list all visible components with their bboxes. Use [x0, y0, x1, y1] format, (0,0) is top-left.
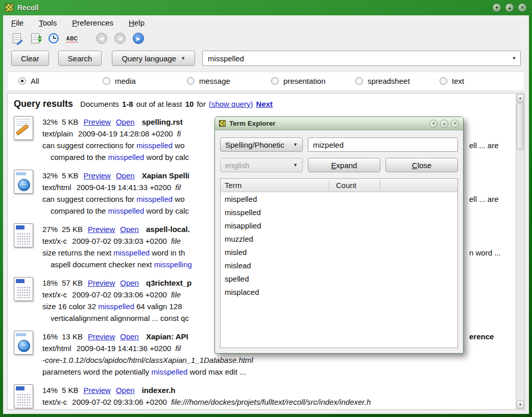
preview-link[interactable]: Preview [84, 171, 111, 180]
dialog-title: Term Explorer [229, 120, 276, 127]
language-dropdown[interactable]: english ▼ [220, 158, 303, 172]
doc-date: 2009-04-19 14:41:36 +0200 [77, 344, 172, 353]
filter-media[interactable]: media [103, 77, 136, 85]
filter-text[interactable]: text [440, 77, 464, 85]
window-titlebar[interactable]: Recoll ▾ ▴ ✕ [0, 0, 532, 15]
doc-date: 2009-07-02 09:33:06 +0200 [72, 290, 167, 299]
column-divider [380, 180, 380, 190]
column-divider [329, 180, 329, 190]
file-size: 57 KB [62, 279, 83, 287]
match-term: misspelled [113, 248, 150, 257]
chevron-down-icon: ▼ [293, 142, 298, 147]
close-dialog-button[interactable]: Close [385, 158, 458, 172]
shade-button[interactable]: ▾ [429, 120, 438, 128]
open-link[interactable]: Open [120, 225, 139, 234]
update-index-icon[interactable] [29, 32, 42, 45]
prev-page-icon[interactable]: ◀ [113, 32, 127, 45]
next-page-link[interactable]: Next [256, 100, 273, 108]
match-term: misspelled [98, 302, 134, 311]
next-page-icon[interactable]: ▶ [132, 32, 145, 45]
doc-date: 2009-07-02 09:33:03 +0200 [72, 237, 167, 245]
menu-tools[interactable]: Tools [39, 18, 57, 27]
term-input[interactable] [308, 137, 458, 152]
result-title: Xapian Spelli [142, 171, 189, 180]
radio-icon [103, 77, 110, 85]
results-total: 10 [185, 100, 194, 108]
open-link[interactable]: Open [116, 386, 135, 395]
history-clock-icon[interactable] [47, 32, 60, 45]
maximize-button[interactable]: ▴ [440, 120, 448, 128]
term-explorer-titlebar[interactable]: Term Explorer ▾ ▴ ✕ [215, 117, 463, 130]
search-input[interactable] [203, 54, 508, 63]
open-link[interactable]: Open [116, 118, 135, 126]
close-button[interactable]: ✕ [451, 120, 459, 128]
result-title: spelling.rst [142, 118, 183, 126]
menu-help[interactable]: Help [129, 18, 144, 27]
scroll-up-icon[interactable]: ▲ [517, 94, 524, 102]
mime-type: text/x-c [42, 237, 67, 245]
result-title: indexer.h [142, 386, 176, 395]
column-header-term[interactable]: Term [221, 181, 329, 190]
term-table-header: Term Count [221, 179, 457, 192]
match-term: misspelled [151, 367, 187, 376]
term-row[interactable]: misspelled [221, 205, 457, 219]
open-link[interactable]: Open [116, 171, 135, 180]
search-query-combobox: ▼ [202, 51, 521, 66]
preview-link[interactable]: Preview [88, 225, 115, 234]
show-query-link[interactable]: (show query) [209, 100, 253, 108]
doc-url-continued: -core-1.0.12/docs/apidoc/html/classXapia… [42, 354, 516, 366]
term-row[interactable]: mispelled [221, 192, 457, 205]
term-row[interactable]: spelled [221, 272, 457, 285]
term-row[interactable]: muzzled [221, 232, 457, 245]
relevance-percent: 14% [42, 386, 58, 395]
term-table: Term Count mispelled misspelled misappli… [220, 178, 458, 348]
mime-type: text/x-c [42, 398, 67, 406]
open-link[interactable]: Open [120, 332, 139, 341]
search-button[interactable]: Search [58, 51, 102, 66]
relevance-percent: 18% [42, 279, 58, 287]
filter-message[interactable]: message [187, 77, 230, 85]
match-term: misspelled [136, 195, 173, 203]
radio-icon [271, 77, 279, 85]
clear-search-icon[interactable] [10, 32, 23, 45]
menu-preferences[interactable]: Preferences [72, 18, 113, 27]
filter-presentation[interactable]: presentation [271, 77, 326, 85]
scroll-down-icon[interactable]: ▼ [517, 401, 524, 409]
close-button[interactable]: ✕ [518, 3, 527, 12]
expand-button[interactable]: Expand [308, 158, 380, 172]
shade-button[interactable]: ▾ [492, 3, 501, 12]
doc-url: fi [177, 129, 181, 138]
query-language-dropdown[interactable]: Query language ▼ [112, 51, 195, 66]
menu-file[interactable]: File [11, 18, 23, 27]
result-title: q3richtext_p [146, 279, 191, 287]
first-page-icon[interactable]: ◀ [95, 32, 108, 45]
text-document-icon [14, 116, 33, 140]
maximize-button[interactable]: ▴ [505, 3, 514, 12]
filter-all[interactable]: All [18, 77, 39, 85]
preview-link[interactable]: Preview [88, 279, 115, 287]
column-header-count[interactable]: Count [329, 181, 356, 190]
radio-icon [440, 77, 447, 85]
results-scrollbar[interactable]: ▲ ▼ [516, 94, 524, 409]
doc-url: file [171, 237, 181, 245]
term-row[interactable]: misplaced [221, 285, 457, 298]
match-type-dropdown[interactable]: Spelling/Phonetic ▼ [220, 137, 303, 152]
spellcheck-abc-icon[interactable]: ABC [65, 32, 79, 45]
result-title: Xapian: API [146, 332, 188, 341]
doc-date: 2009-04-19 14:41:33 +0200 [77, 183, 172, 192]
recoll-app-icon [5, 4, 13, 12]
clear-button[interactable]: Clear [11, 51, 49, 66]
preview-link[interactable]: Preview [88, 332, 115, 341]
radio-icon [187, 77, 195, 85]
html-document-icon [14, 170, 33, 194]
term-row[interactable]: misled [221, 245, 457, 259]
term-row[interactable]: misapplied [221, 219, 457, 232]
preview-link[interactable]: Preview [84, 118, 111, 126]
match-term: misspelled [108, 153, 144, 161]
term-row[interactable]: mislead [221, 259, 457, 272]
scrollbar-thumb[interactable] [517, 103, 524, 150]
open-link[interactable]: Open [120, 279, 139, 287]
query-history-dropdown-icon[interactable]: ▼ [508, 56, 520, 61]
filter-spreadsheet[interactable]: spreadsheet [355, 77, 410, 85]
preview-link[interactable]: Preview [84, 386, 111, 395]
